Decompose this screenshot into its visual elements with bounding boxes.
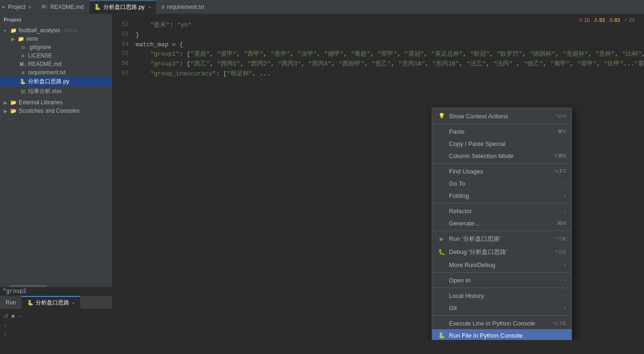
tree-item-gitignore-label: .gitignore xyxy=(28,44,51,51)
menu-item-more-run[interactable]: More Run/Debug › xyxy=(432,259,572,271)
menu-arrow-folding: › xyxy=(564,193,566,198)
tree-item-gitignore[interactable]: ⊘ .gitignore xyxy=(0,43,112,51)
menu-sep-5 xyxy=(432,288,572,288)
tab-readme-label: README.md xyxy=(51,4,84,10)
tab-analysis[interactable]: 🐍 分析盘口思路.py × xyxy=(89,0,156,14)
panel-more-icon[interactable]: ··· xyxy=(17,313,22,319)
error-badge[interactable]: ⚠ 10 xyxy=(579,17,590,23)
code-editor[interactable]: 52 "盈禾": "yh" 53 } 54 match_map = { 55 "… xyxy=(112,14,644,83)
tree-item-scratches[interactable]: ▶ 📂 Scratches and Consoles xyxy=(0,107,112,115)
menu-shortcut-find-usages: ⌥F7 xyxy=(554,168,566,174)
tree-item-license[interactable]: ≡ LICENSE xyxy=(0,51,112,60)
panel-content: ↺ ■ ··· ↑ ↓ xyxy=(0,309,112,340)
menu-label-refactor: Refactor xyxy=(449,208,561,215)
menu-item-column[interactable]: Column Selection Mode ⇧⌘8 xyxy=(432,150,572,162)
tree-item-football[interactable]: ▾ 📁 football_analysis ~/Desk xyxy=(0,26,112,35)
warn-count-2: 83 xyxy=(615,17,620,23)
arrow-scratches: ▶ xyxy=(4,108,8,114)
menu-item-run[interactable]: ▶ Run '分析盘口思路' ^⇧R xyxy=(432,232,572,246)
tree-item-scratches-label: Scratches and Consoles xyxy=(19,108,80,114)
panel-tab-close[interactable]: × xyxy=(72,300,75,306)
lightbulb-icon: 💡 xyxy=(438,112,445,120)
menu-label-generate: Generate... xyxy=(449,220,553,227)
sidebar-title: Project xyxy=(4,17,21,22)
project-label: Project xyxy=(8,4,25,10)
project-icon: ▸ xyxy=(2,4,5,10)
menu-item-refactor[interactable]: Refactor › xyxy=(432,205,572,217)
menu-item-folding[interactable]: Folding › xyxy=(432,189,572,202)
file-requirement-icon: ≡ xyxy=(20,69,26,76)
tab-readme[interactable]: M↓ README.md xyxy=(37,0,88,14)
panel-rerun-icon[interactable]: ↺ xyxy=(4,313,8,319)
tree-item-external-label: External Libraries xyxy=(19,99,62,106)
warn-badge-2[interactable]: ⚠ 83 xyxy=(609,17,620,23)
ok-badge[interactable]: ✓ 24 xyxy=(624,17,635,23)
line-num-52: 52 xyxy=(112,21,136,30)
tree-item-analysis[interactable]: 🐍 分析盘口思路.py xyxy=(0,77,112,87)
code-line-57: 57 "group_inaccuracy": ["韩足杯", ... xyxy=(112,69,644,79)
tab-analysis-label: 分析盘口思路.py xyxy=(103,3,145,11)
line-content-53: } xyxy=(136,30,644,40)
panel-down-icon[interactable]: ↓ xyxy=(4,331,7,337)
column-icon xyxy=(438,152,445,159)
menu-item-goto[interactable]: Go To › xyxy=(432,177,572,189)
menu-item-show-context[interactable]: 💡 Show Context Actions ⌥⏎ xyxy=(432,110,572,122)
panel-tab-analysis[interactable]: 🐍 分析盘口思路 × xyxy=(22,296,80,309)
menu-shortcut-generate: ⌘N xyxy=(557,220,566,226)
tree-item-external[interactable]: ▶ 📂 External Libraries xyxy=(0,98,112,107)
tree-item-readme[interactable]: M↓ README.md xyxy=(0,60,112,68)
menu-item-debug[interactable]: 🐛 Debug '分析盘口思路' ^⇧D xyxy=(432,246,572,259)
tab-requirement[interactable]: ≡ requirement.txt xyxy=(157,0,209,14)
tree-item-analysis-label: 分析盘口思路.py xyxy=(28,78,69,86)
python-run-icon: 🐍 xyxy=(27,300,34,306)
menu-item-open-in[interactable]: Open In › xyxy=(432,274,572,286)
tab-requirement-icon: ≡ xyxy=(161,4,165,10)
menu-shortcut-debug: ^⇧D xyxy=(556,249,566,255)
menu-arrow-more-run: › xyxy=(564,262,566,267)
local-history-icon xyxy=(438,292,445,299)
tree-item-venv[interactable]: ▶ 📁 venv xyxy=(0,35,112,43)
menu-arrow-refactor: › xyxy=(564,209,566,214)
menu-item-paste[interactable]: Paste ⌘V xyxy=(432,125,572,137)
menu-item-run-file-python[interactable]: 🐍 Run File in Python Console xyxy=(432,329,572,340)
menu-item-generate[interactable]: Generate... ⌘N xyxy=(432,217,572,229)
line-num-55: 55 xyxy=(112,50,136,59)
warn-count-1: 83 xyxy=(599,17,605,23)
sidebar: Project ▾ 📁 football_analysis ~/Desk ▶ 📁… xyxy=(0,14,112,340)
code-line-54: 54 match_map = { xyxy=(112,40,644,50)
debug-icon: 🐛 xyxy=(438,248,445,256)
tab-readme-icon: M↓ xyxy=(42,4,48,9)
tab-analysis-close[interactable]: × xyxy=(148,5,151,10)
tree-item-result-label: 结果分析.xlsx xyxy=(28,87,62,95)
menu-sep-4 xyxy=(432,272,572,273)
panel-tab-run[interactable]: Run xyxy=(0,296,22,309)
menu-label-local-history: Local History xyxy=(449,292,561,299)
tree-item-readme-label: README.md xyxy=(28,61,61,67)
panel-stop-icon[interactable]: ■ xyxy=(11,313,14,319)
folder-venv-icon: 📁 xyxy=(18,36,24,42)
menu-sep-2 xyxy=(432,203,572,203)
project-chevron: ∨ xyxy=(28,4,31,9)
menu-arrow-git: › xyxy=(564,305,566,311)
panel-tab-analysis-label: 分析盘口思路 xyxy=(36,299,69,307)
menu-sep-6 xyxy=(432,315,572,316)
menu-shortcut-show-context: ⌥⏎ xyxy=(556,113,566,119)
menu-item-git[interactable]: Git › xyxy=(432,302,572,314)
tree-item-result[interactable]: ▦ 结果分析.xlsx xyxy=(0,87,112,96)
tab-requirement-label: requirement.txt xyxy=(167,4,204,10)
warn-icon-2: ⚠ xyxy=(609,17,614,23)
copy-paste-icon xyxy=(438,140,445,147)
run-tab-label: Run xyxy=(6,299,16,306)
tree-item-requirement[interactable]: ≡ requirement.txt xyxy=(0,68,112,77)
menu-item-execute-line[interactable]: Execute Line in Python Console ⌥⇧E xyxy=(432,317,572,329)
panel-up-icon[interactable]: ↑ xyxy=(4,322,7,329)
code-line-53: 53 } xyxy=(112,30,644,40)
menu-item-find-usages[interactable]: Find Usages ⌥F7 xyxy=(432,165,572,177)
tree-item-requirement-label: requirement.txt xyxy=(28,69,65,76)
line-num-57: 57 xyxy=(112,69,136,79)
menu-item-copy-paste[interactable]: Copy / Paste Special › xyxy=(432,137,572,150)
warn-badge-1[interactable]: ⚠ 83 xyxy=(593,17,605,23)
tab-bar: ▸ Project ∨ M↓ README.md 🐍 分析盘口思路.py × ≡… xyxy=(0,0,644,14)
folder-football-icon: 📁 xyxy=(10,27,17,34)
menu-item-local-history[interactable]: Local History › xyxy=(432,289,572,302)
